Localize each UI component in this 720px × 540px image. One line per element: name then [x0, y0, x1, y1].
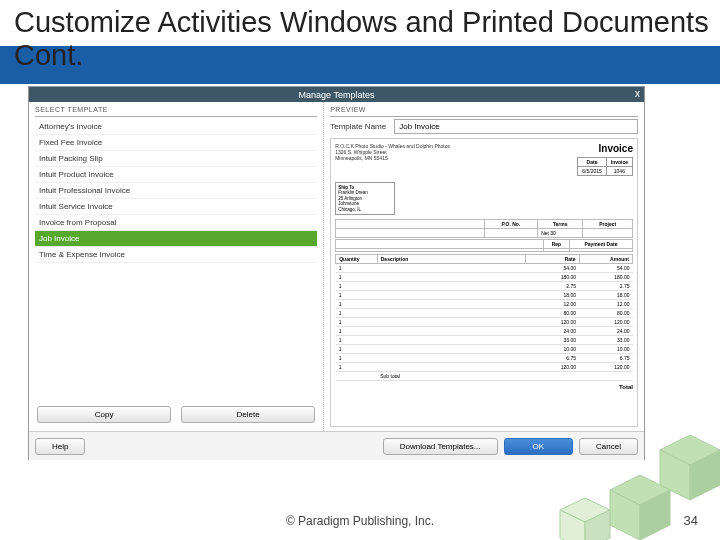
template-name-input[interactable] [394, 119, 638, 134]
table-row: 16.756.75 [336, 353, 633, 362]
table-row: 1120.00120.00 [336, 317, 633, 326]
table-row: 1120.00120.00 [336, 362, 633, 371]
extra-info-table: Rep Payment Date [335, 239, 633, 252]
invoice-title-block: Invoice DateInvoice 6/5/20151046 [577, 143, 633, 176]
table-row: 154.0054.00 [336, 263, 633, 272]
slide-title: Customize Activities Windows and Printed… [14, 6, 720, 73]
page-number: 34 [684, 513, 698, 528]
li-h: Description [377, 254, 525, 263]
sub-v [484, 228, 538, 237]
meta-v: 1046 [606, 167, 632, 176]
template-item[interactable]: Fixed Fee Invoice [35, 135, 317, 151]
extra-h: Payment Date [569, 239, 632, 248]
table-row: 124.0024.00 [336, 326, 633, 335]
svg-marker-2 [690, 450, 720, 500]
manage-templates-window: Manage Templates x SELECT TEMPLATE Attor… [28, 86, 645, 460]
invoice-preview: R.O.C.K Photo Studio - Whales and Dolphi… [330, 138, 638, 427]
li-h: Quantity [336, 254, 378, 263]
divider [35, 116, 317, 117]
li-h: Amount [579, 254, 632, 263]
right-pane: PREVIEW Template Name R.O.C.K Photo Stud… [324, 102, 644, 431]
footer-copyright: © Paradigm Publishing, Inc. [0, 514, 720, 528]
template-list: Attorney's InvoiceFixed Fee InvoiceIntui… [35, 119, 317, 402]
table-row: 12.752.75 [336, 281, 633, 290]
meta-v: 6/5/2015 [578, 167, 606, 176]
copy-button[interactable]: Copy [37, 406, 171, 423]
meta-h: Invoice [606, 158, 632, 167]
ok-button[interactable]: OK [504, 438, 574, 455]
ship-line: Chicago, IL [338, 207, 392, 212]
template-item[interactable]: Intuit Professional Invoice [35, 183, 317, 199]
close-icon[interactable]: x [635, 88, 640, 99]
company-block: R.O.C.K Photo Studio - Whales and Dolphi… [335, 143, 577, 176]
cancel-button[interactable]: Cancel [579, 438, 638, 455]
template-item[interactable]: Intuit Service Invoice [35, 199, 317, 215]
template-item[interactable]: Job Invoice [35, 231, 317, 247]
list-actions: Copy Delete [35, 402, 317, 427]
preview-label: PREVIEW [330, 106, 638, 113]
divider [330, 116, 638, 117]
template-name-row: Template Name [330, 119, 638, 134]
line-items-table: Quantity Description Rate Amount 154.005… [335, 254, 633, 381]
main-area: SELECT TEMPLATE Attorney's InvoiceFixed … [29, 102, 644, 432]
template-item[interactable]: Time & Expense Invoice [35, 247, 317, 263]
template-item[interactable]: Intuit Product Invoice [35, 167, 317, 183]
download-templates-button[interactable]: Download Templates... [383, 438, 498, 455]
template-item[interactable]: Intuit Packing Slip [35, 151, 317, 167]
sub-v: Net 30 [538, 228, 583, 237]
li-h: Rate [526, 254, 579, 263]
sub-v [583, 228, 633, 237]
invoice-title: Invoice [577, 143, 633, 154]
table-row: Sub total [336, 371, 633, 380]
sub-h: Project [583, 219, 633, 228]
template-item[interactable]: Attorney's Invoice [35, 119, 317, 135]
svg-marker-3 [610, 475, 670, 505]
template-item[interactable]: Invoice from Proposal [35, 215, 317, 231]
bottom-bar: Help Download Templates... OK Cancel [29, 432, 644, 460]
table-row: 1180.00180.00 [336, 272, 633, 281]
table-row: 180.0080.00 [336, 308, 633, 317]
total-row: Total [335, 381, 633, 390]
help-button[interactable]: Help [35, 438, 85, 455]
table-row: 118.0018.00 [336, 290, 633, 299]
left-pane: SELECT TEMPLATE Attorney's InvoiceFixed … [29, 102, 324, 431]
sub-h: Terms [538, 219, 583, 228]
invoice-header: R.O.C.K Photo Studio - Whales and Dolphi… [335, 143, 633, 176]
svg-marker-0 [660, 435, 720, 465]
select-template-label: SELECT TEMPLATE [35, 106, 317, 113]
company-line: Minneapolis, MN 55415 [335, 155, 577, 161]
svg-marker-1 [660, 450, 690, 500]
window-title: Manage Templates [299, 90, 375, 100]
table-row: 133.0033.00 [336, 335, 633, 344]
invoice-meta-table: DateInvoice 6/5/20151046 [577, 157, 633, 176]
extra-h: Rep [543, 239, 569, 248]
sub-info-table: P.O. No. Terms Project Net 30 [335, 219, 633, 238]
window-titlebar: Manage Templates x [29, 87, 644, 102]
delete-button[interactable]: Delete [181, 406, 315, 423]
ship-to-box: Ship To Franklin Drean 25 Arlington John… [335, 182, 395, 215]
table-row: 110.0010.00 [336, 344, 633, 353]
sub-h: P.O. No. [484, 219, 538, 228]
template-name-label: Template Name [330, 122, 386, 131]
meta-h: Date [578, 158, 606, 167]
table-row: 112.0012.00 [336, 299, 633, 308]
